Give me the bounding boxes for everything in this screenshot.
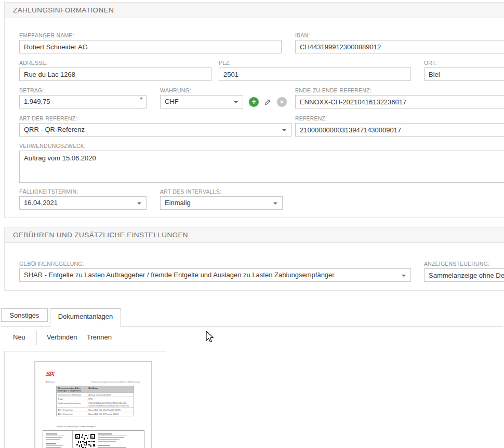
verwendungszweck-label: VERWENDUNGSZWECK: (19, 143, 86, 149)
adresse-input[interactable] (19, 67, 211, 81)
document-attachment-tile[interactable]: SIX Anhang 4 Schweizer Implementation Gu… (4, 351, 166, 448)
iban-input[interactable] (295, 40, 504, 53)
qr-bill-preview (43, 430, 144, 448)
neu-button[interactable]: Neu (11, 332, 28, 343)
gebuehrenregelung-label: GEBÜHRENREGELUNG: (19, 261, 84, 267)
waehrung-dropdown[interactable]: CHF (160, 95, 243, 108)
doc-table-cell: Rechnungsinformationen (57, 401, 87, 408)
iban-label: IBAN: (295, 32, 310, 38)
referenz-input[interactable] (295, 123, 504, 137)
anzeigensteuerung-input[interactable] (424, 268, 504, 282)
doc-header-right: Schweizer Implementation Guidelines QR-R… (91, 381, 140, 383)
faelligkeitstermin-label: FÄLLIGKEITSTERMIN: (19, 188, 78, 195)
verbinden-button[interactable]: Verbinden (45, 332, 79, 343)
receipt-text-lines (46, 433, 67, 448)
payment-form-screen: ZAHLUNGSINFORMATIONEN EMPFÄNGER NAME: IB… (0, 0, 504, 448)
doc-table-cell: //S1/10/10201409/11/200701/20/140.000-53… (87, 401, 134, 408)
intervall-value: Einmalig (165, 199, 191, 207)
empfaenger-name-label: EMPFÄNGER NAME: (19, 32, 74, 38)
six-logo: SIX (45, 370, 55, 377)
plz-input[interactable] (219, 67, 411, 81)
betrag-value: 1.949,75 (24, 98, 50, 105)
anzeigensteuerung-label: ANZEIGENSTEUERUNG: (424, 261, 489, 267)
intervall-label: ART DES INTERVALLS: (160, 188, 221, 195)
trennen-button[interactable]: Trennen (85, 332, 114, 343)
fees-panel: GEBÜHREN UND ZUSÄTZLICHE EINSTELLUNGEN G… (4, 227, 504, 291)
doc-table-cell: Auftrag vom 15.06.2020 (87, 393, 134, 397)
waehrung-label: WÄHRUNG: (160, 87, 191, 93)
doc-table-cell: AV1 - Parameter (57, 408, 87, 412)
intervall-dropdown[interactable]: Einmalig (160, 196, 283, 210)
chevron-down-icon[interactable] (273, 202, 277, 205)
adresse-label: ADRESSE: (19, 60, 48, 66)
spin-down-icon[interactable] (140, 98, 143, 107)
verwendungszweck-textarea[interactable]: Auftrag vom 15.06.2020 (19, 151, 504, 183)
payment-info-header: ZAHLUNGSINFORMATIONEN (5, 3, 504, 18)
doc-table-cell: Unstrukturierte Mitteilung (57, 393, 87, 397)
payment-part-text-lines (98, 433, 129, 448)
doc-table-cell: EPD (87, 397, 134, 401)
betrag-label: BETRAG: (19, 87, 44, 93)
art-der-referenz-dropdown[interactable]: QRR - QR-Referenz (19, 123, 291, 137)
gebuehrenregelung-dropdown[interactable]: SHAR - Entgelte zu Lasten Auftraggeber /… (19, 268, 411, 282)
art-der-referenz-value: QRR - QR-Referenz (24, 126, 85, 133)
doc-table-cell: Name AV1: UV;UltraPay005;12345 (87, 408, 134, 412)
swiss-qr-code (75, 434, 95, 448)
art-der-referenz-label: ART DER REFERENZ: (19, 115, 77, 121)
e2e-referenz-label: ENDE-ZU-ENDE-REFERENZ: (295, 87, 372, 93)
pencil-icon (264, 98, 272, 106)
faelligkeitstermin-dropdown[interactable]: 16.04.2021 (19, 196, 147, 210)
fees-header: GEBÜHREN UND ZUSÄTZLICHE EINSTELLUNGEN (5, 227, 504, 243)
faelligkeitstermin-value: 16.04.2021 (24, 199, 58, 207)
bill-divider (72, 431, 73, 448)
betrag-spinner[interactable] (137, 98, 143, 107)
doc-table-cell: Trailer (57, 397, 87, 401)
plz-label: PLZ: (219, 60, 231, 66)
tab-sonstiges[interactable]: Sonstiges (1, 308, 48, 322)
doc-header-left: Anhang 4 (46, 381, 55, 383)
add-currency-button[interactable]: + (249, 97, 259, 107)
waehrung-value: CHF (165, 98, 179, 105)
referenz-label: REFERENZ: (295, 115, 327, 121)
document-page-preview: SIX Anhang 4 Schweizer Implementation Gu… (34, 361, 152, 448)
betrag-input[interactable]: 1.949,75 (19, 95, 147, 108)
e2e-referenz-input[interactable] (295, 95, 504, 108)
doc-table-header-2: Befüllung (87, 386, 134, 392)
chevron-down-icon[interactable] (137, 202, 141, 205)
mouse-cursor (205, 331, 215, 343)
chevron-down-icon[interactable] (234, 101, 238, 103)
doc-table-header-1: Element gemäss Ddfn.-katalog (z.T. abgek… (57, 386, 87, 392)
empfaenger-name-input[interactable] (19, 40, 282, 53)
ort-label: ORT: (424, 60, 437, 66)
gebuehrenregelung-value: SHAR - Entgelte zu Lasten Auftraggeber /… (24, 271, 335, 279)
chevron-down-icon[interactable] (282, 129, 286, 131)
remove-currency-button[interactable]: ✕ (277, 97, 287, 107)
ort-input[interactable] (424, 67, 504, 81)
payment-info-panel: ZAHLUNGSINFORMATIONEN EMPFÄNGER NAME: IB… (4, 2, 504, 218)
tab-dokumentanlagen[interactable]: Dokumentanlagen (50, 308, 121, 327)
doc-table-cell: Name AV2: XY;XYService;54321 (87, 412, 134, 416)
edit-pencil-icon[interactable] (263, 97, 273, 107)
doc-table: Element gemäss Ddfn.-katalog (z.T. abgek… (56, 386, 134, 416)
doc-table-caption: Tabelle 16 Daten für QR-Zahlteil, Beispi… (56, 425, 96, 428)
toolbar-separator (36, 331, 37, 345)
chevron-down-icon[interactable] (402, 275, 406, 277)
doc-table-cell: AV2 - Parameter (57, 412, 87, 416)
